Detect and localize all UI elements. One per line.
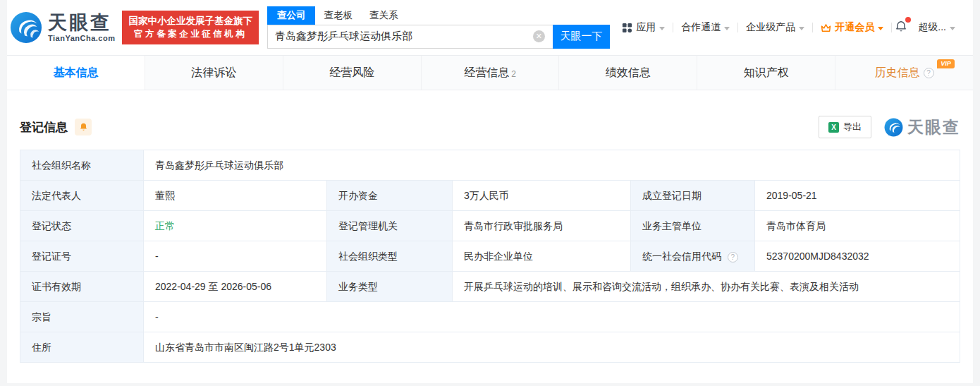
field-label: 法定代表人 (20, 181, 144, 211)
field-label: 业务类型 (327, 272, 453, 302)
logo-title: 天眼查 (48, 13, 115, 32)
tab-legal[interactable]: 法律诉讼 (145, 56, 283, 90)
tianyancha-logo-icon (10, 11, 42, 44)
watermark-logo-icon (884, 118, 903, 137)
table-row: 登记证号 - 社会组织类型 民办非企业单位 统一社会信用代码 ? 5237020… (20, 241, 960, 272)
field-value: 3万人民币 (453, 181, 631, 211)
field-label: 住所 (20, 332, 144, 363)
field-value: 青岛市体育局 (755, 211, 960, 241)
field-value: 民办非企业单位 (453, 241, 631, 272)
table-row: 宗旨 - (20, 302, 960, 332)
table-row: 住所 山东省青岛市市南区闽江路2号1单元2303 (20, 332, 960, 363)
field-value: 青岛市行政审批服务局 (453, 211, 631, 241)
nav-item-account[interactable]: 超级... (910, 21, 963, 34)
page-bottom-edge (0, 383, 980, 386)
page-container: 天眼查 TianYanCha.com 国家中小企业发展子基金旗下 官方备案企业征… (7, 0, 973, 383)
top-navigation: 应用 合作通道 企业级产品 开通会员 (614, 20, 963, 35)
tab-intellectual-property[interactable]: 知识产权 (697, 56, 835, 90)
export-button[interactable]: X 导出 (819, 116, 871, 138)
search-tab-boss[interactable]: 查老板 (315, 6, 361, 25)
nav-vip-label: 开通会员 (835, 21, 874, 34)
vip-badge: VIP (937, 59, 955, 68)
registration-section-header: 登记信息 X 导出 天眼查 (20, 114, 960, 140)
chevron-down-icon (659, 27, 665, 30)
field-value: 正常 (144, 211, 327, 241)
search-module: 查公司 查老板 查关系 天眼一下 ✕ (267, 7, 610, 49)
field-value: 董熙 (144, 181, 327, 211)
field-label: 社会组织类型 (327, 241, 453, 272)
tab-performance[interactable]: 绩效信息 (559, 56, 697, 90)
field-label: 宗旨 (20, 302, 144, 332)
field-label: 开办资金 (327, 181, 453, 211)
badge-line1: 国家中小企业发展子基金旗下 (128, 15, 252, 28)
field-label: 登记证号 (20, 241, 144, 272)
logo-domain: TianYanCha.com (48, 35, 115, 42)
top-header: 天眼查 TianYanCha.com 国家中小企业发展子基金旗下 官方备案企业征… (7, 0, 973, 55)
main-content: 登记信息 X 导出 天眼查 (7, 114, 973, 363)
search-tab-company[interactable]: 查公司 (267, 6, 316, 25)
field-label: 业务主管单位 (631, 211, 755, 241)
field-label: 证书有效期 (20, 272, 144, 302)
tab-operation[interactable]: 经营信息 2 (422, 56, 560, 90)
chevron-down-icon (799, 27, 804, 30)
status-badge: 正常 (155, 220, 175, 231)
chevron-down-icon (878, 27, 883, 30)
tianyancha-logo[interactable]: 天眼查 TianYanCha.com (10, 11, 115, 44)
section-title: 登记信息 (20, 119, 68, 135)
field-label: 社会组织名称 (20, 150, 144, 181)
export-label: 导出 (843, 121, 862, 133)
search-input[interactable] (267, 25, 553, 49)
search-tabs: 查公司 查老板 查关系 (267, 7, 610, 25)
nav-enterprise-label: 企业级产品 (746, 21, 795, 34)
table-row: 法定代表人 董熙 开办资金 3万人民币 成立登记日期 2019-05-21 (20, 181, 960, 211)
field-value: 开展乒乓球运动的培训、展示和咨询交流活动，组织承办、协办有关比赛、表演及相关活动 (453, 272, 960, 302)
tab-risk[interactable]: 经营风险 (283, 56, 422, 90)
field-value: 2019-05-21 (755, 181, 960, 211)
nav-item-vip-membership[interactable]: 开通会员 (813, 21, 891, 34)
crown-icon (821, 23, 831, 32)
nav-item-apps[interactable]: 应用 (614, 21, 673, 34)
gov-certification-badge: 国家中小企业发展子基金旗下 官方备案企业征信机构 (122, 11, 259, 44)
field-value: - (144, 302, 960, 332)
watermark-text: 天眼查 (907, 116, 960, 138)
chevron-down-icon (950, 27, 955, 30)
nav-item-partner[interactable]: 合作通道 (673, 21, 737, 34)
tab-operation-count: 2 (511, 69, 516, 79)
search-button[interactable]: 天眼一下 (553, 25, 610, 49)
field-label: 统一社会信用代码 ? (631, 241, 755, 272)
chevron-down-icon (724, 27, 730, 30)
notifications-bell-icon[interactable] (892, 20, 910, 35)
field-value: 52370200MJD8432032 (755, 241, 960, 272)
badge-line2: 官方备案企业征信机构 (128, 28, 252, 40)
field-value: 山东省青岛市市南区闽江路2号1单元2303 (144, 332, 960, 363)
notification-dot (905, 17, 911, 23)
tab-basic-info[interactable]: 基本信息 (7, 56, 145, 90)
clear-search-icon[interactable]: ✕ (533, 30, 545, 42)
field-label: 成立登记日期 (631, 181, 755, 211)
table-row: 证书有效期 2022-04-29 至 2026-05-06 业务类型 开展乒乓球… (20, 272, 960, 302)
apps-grid-icon (622, 23, 632, 33)
search-tab-relation[interactable]: 查关系 (361, 6, 407, 25)
nav-partner-label: 合作通道 (681, 21, 721, 34)
help-icon[interactable]: ? (924, 68, 934, 78)
registration-info-table: 社会组织名称 青岛鑫梦彤乒乓球运动俱乐部 法定代表人 董熙 开办资金 3万人民币… (20, 150, 960, 363)
help-icon[interactable]: ? (728, 252, 738, 263)
field-value: 2022-04-29 至 2026-05-06 (144, 272, 327, 302)
excel-icon: X (828, 122, 839, 133)
subscribe-bell-icon[interactable] (75, 119, 92, 135)
field-label: 登记状态 (20, 211, 144, 241)
field-label: 登记管理机关 (327, 211, 453, 241)
table-row: 社会组织名称 青岛鑫梦彤乒乓球运动俱乐部 (20, 150, 960, 181)
field-value: 青岛鑫梦彤乒乓球运动俱乐部 (144, 150, 960, 181)
nav-account-label: 超级... (918, 21, 946, 34)
table-row: 登记状态 正常 登记管理机关 青岛市行政审批服务局 业务主管单位 青岛市体育局 (20, 211, 960, 241)
field-value: - (144, 241, 327, 272)
watermark-logo: 天眼查 (884, 116, 960, 138)
nav-item-enterprise[interactable]: 企业级产品 (738, 21, 812, 34)
tab-history[interactable]: VIP 历史信息 ? (835, 56, 973, 90)
company-detail-tabs: 基本信息 法律诉讼 经营风险 经营信息 2 绩效信息 知识产权 VIP 历史信息… (7, 55, 973, 90)
nav-apps-label: 应用 (636, 21, 656, 34)
